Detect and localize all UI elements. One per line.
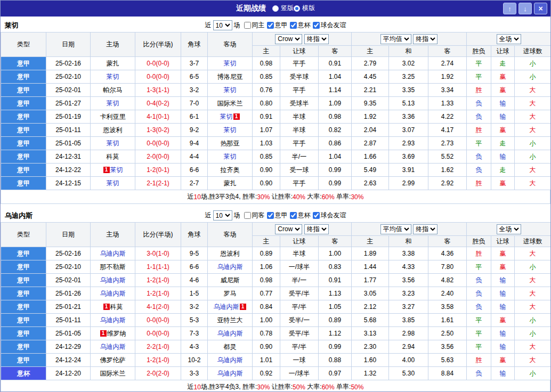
home-team-cell: 1莱切 [91, 164, 135, 177]
avg-draw-odds-cell: 3.56 [389, 274, 428, 287]
corners-cell: 6-6 [181, 164, 208, 177]
layout-radio-vertical[interactable]: 竖版 [272, 4, 294, 13]
filter-checkbox-input[interactable] [313, 212, 320, 219]
filter-checkbox[interactable]: 意甲 [267, 211, 288, 220]
away-team-cell: 莱切1 [208, 110, 253, 124]
date-cell: 24-12-20 [46, 367, 91, 380]
date-cell: 25-02-01 [46, 84, 91, 97]
away-team-cell: 拉齐奥 [208, 164, 253, 177]
filter-checkbox[interactable]: 同客 [244, 211, 265, 220]
away-team-name: 都灵 [224, 343, 237, 350]
tables-container: 莱切 近 10 场 同主意甲意杯球会友谊 类型 日期 主场 [1, 19, 550, 392]
filter-checkbox-input[interactable] [290, 212, 297, 219]
average-source-select[interactable]: 平均值 [380, 34, 411, 44]
match-row: 意甲25-01-051维罗纳0-0(0-0)7-3乌迪内斯0.78受平/半1.1… [1, 327, 551, 340]
avg-home-odds-cell: 2.79 [352, 57, 389, 70]
filter-checkbox-label: 球会友谊 [321, 211, 346, 220]
away-odds-cell: 0.98 [319, 110, 352, 124]
scroll-down-button[interactable]: ↓ [518, 3, 532, 14]
result-cell: 平 [467, 70, 491, 84]
filter-checkbox-input[interactable] [244, 22, 251, 29]
handicap-result-cell: 输 [491, 340, 515, 354]
odds-source-select[interactable]: Crow [275, 34, 302, 44]
avg-away-odds-cell: 3.58 [428, 300, 467, 314]
match-row: 意甲24-12-31科莫2-0(0-0)4-4莱切0.85半/一1.041.66… [1, 150, 551, 164]
layout-radio-horizontal[interactable]: 横版 [294, 4, 315, 13]
average-time-select[interactable]: 终指 [413, 34, 437, 44]
home-odds-cell: 1.03 [253, 137, 280, 150]
match-row: 意甲25-02-16蒙扎0-0(0-0)3-7莱切0.98平手0.912.793… [1, 57, 551, 70]
result-cell: 胜 [467, 84, 491, 97]
col-header-handicap: 让球 [280, 46, 319, 57]
match-scope-select[interactable]: 全场 [497, 34, 521, 44]
goals-result-cell: 大 [515, 177, 551, 190]
handicap-line-cell: 一/球半 [280, 367, 319, 380]
odds-source-select[interactable]: Crow [275, 224, 302, 234]
match-scope-select[interactable]: 全场 [497, 224, 521, 234]
away-team-name: 国际米兰 [217, 100, 243, 107]
match-type-cell: 意甲 [1, 164, 46, 177]
goals-result-cell: 小 [515, 367, 551, 380]
away-team-name: 乌迪内斯 [214, 303, 239, 311]
goals-result-cell: 小 [515, 57, 551, 70]
corners-cell: 5-3 [181, 314, 208, 327]
match-row: 意甲24-12-24佛罗伦萨1-2(1-0)10-2乌迪内斯1.01一球0.88… [1, 354, 551, 367]
handicap-line-cell: 一球 [280, 354, 319, 367]
away-odds-cell: 1.05 [319, 300, 352, 314]
match-row: 意甲24-12-221莱切1-2(0-1)6-6拉齐奥0.90受一球0.995.… [1, 164, 551, 177]
filter-checkbox-input[interactable] [313, 22, 320, 29]
date-cell: 25-01-11 [46, 124, 91, 137]
filter-checkbox-input[interactable] [244, 212, 251, 219]
odds-time-select[interactable]: 终指 [304, 34, 329, 44]
scroll-up-button[interactable]: ↑ [503, 3, 516, 14]
col-header-date: 日期 [46, 32, 91, 57]
col-header-odds-away: 客 [319, 46, 352, 57]
filter-checkbox-input[interactable] [267, 212, 274, 219]
match-type-cell: 意甲 [1, 70, 46, 84]
home-team-name: 乌迪内斯 [100, 276, 126, 284]
average-time-select[interactable]: 终指 [413, 224, 437, 234]
near-label: 近 [205, 21, 212, 30]
filter-checkbox[interactable]: 意杯 [290, 21, 311, 30]
home-team-name: 乌迪内斯 [100, 250, 126, 257]
col-header-home: 主场 [91, 223, 135, 247]
home-odds-cell: 0.76 [253, 84, 280, 97]
header-row-top: 类型 日期 主场 比分(半场) 角球 客场 Crow 终指 平均值 终指 [1, 223, 551, 236]
home-team-cell: 乌迪内斯 [91, 247, 135, 260]
filter-checkbox[interactable]: 球会友谊 [313, 211, 346, 220]
away-team-name: 威尼斯 [221, 276, 240, 284]
match-row: 意甲25-01-211科莫4-1(2-0)3-2乌迪内斯10.84平/半1.05… [1, 300, 551, 314]
filter-checkbox-input[interactable] [267, 22, 274, 29]
filter-checkbox[interactable]: 意杯 [290, 211, 311, 220]
handicap-line-cell: 一/球半 [280, 260, 319, 274]
score-cell: 0-0(0-0) [135, 137, 181, 150]
match-row: 意甲25-02-01帕尔马1-3(1-1)3-2莱切0.76平手1.142.21… [1, 84, 551, 97]
odds-time-select[interactable]: 终指 [304, 224, 329, 234]
titlebar-buttons: ↑ ↓ × [503, 3, 547, 14]
filter-checkbox[interactable]: 意甲 [267, 21, 288, 30]
corners-cell: 4-3 [181, 340, 208, 354]
result-cell: 平 [467, 314, 491, 327]
filter-checkbox[interactable]: 球会友谊 [313, 21, 346, 30]
handicap-line-cell: 半/一 [280, 150, 319, 164]
match-count-select[interactable]: 10 [213, 20, 232, 30]
away-odds-cell: 0.88 [319, 354, 352, 367]
col-header-type: 类型 [1, 32, 46, 57]
average-source-select[interactable]: 平均值 [380, 224, 411, 234]
match-row: 意甲25-01-11乌迪内斯0-0(0-0)5-3亚特兰大1.00受半/一0.8… [1, 314, 551, 327]
goals-result-cell: 小 [515, 327, 551, 340]
filter-checkbox-label: 同客 [252, 211, 265, 220]
filter-checkbox[interactable]: 同主 [244, 21, 265, 30]
home-team-cell: 莱切 [91, 97, 135, 110]
handicap-line-cell: 受半/一 [280, 314, 319, 327]
filter-checkbox-input[interactable] [290, 22, 297, 29]
avg-away-odds-cell: 4.82 [428, 274, 467, 287]
home-team-cell: 蒙扎 [91, 57, 135, 70]
corners-cell: 4-4 [181, 150, 208, 164]
handicap-line-cell: 半球 [280, 110, 319, 124]
handicap-result-cell: 赢 [491, 177, 515, 190]
match-count-select[interactable]: 10 [213, 210, 232, 220]
away-team-cell: 乌迪内斯 [208, 354, 253, 367]
handicap-result-cell: 走 [491, 57, 515, 70]
close-button[interactable]: × [534, 3, 547, 14]
